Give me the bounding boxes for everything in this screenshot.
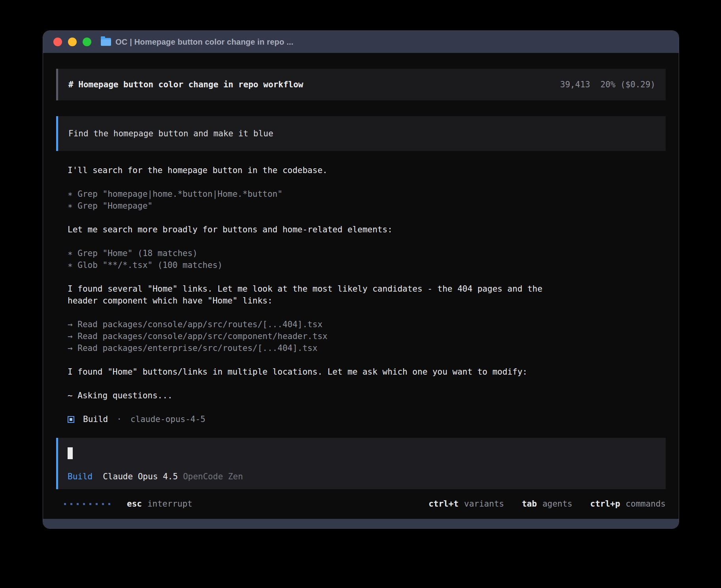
tool-call-read: → Read packages/console/app/src/routes/[…: [68, 318, 570, 330]
hint-agents: tab agents: [522, 499, 572, 509]
minimize-button[interactable]: [68, 38, 77, 46]
folder-icon: [101, 38, 111, 46]
agent-name: Build: [83, 413, 108, 425]
assistant-working-text: ~ Asking questions...: [68, 390, 570, 401]
titlebar[interactable]: OC | Homepage button color change in rep…: [43, 31, 679, 53]
session-header: # Homepage button color change in repo w…: [56, 69, 666, 100]
token-count: 39,413: [560, 80, 590, 89]
agent-build-icon: [68, 416, 74, 423]
prompt-input[interactable]: Build Claude Opus 4.5 OpenCode Zen: [56, 438, 666, 489]
terminal-content: # Homepage button color change in repo w…: [43, 53, 679, 519]
hint-interrupt: esc interrupt: [127, 499, 193, 509]
keyboard-hints: ctrl+t variants tab agents ctrl+p comman…: [428, 499, 666, 509]
active-agent-label[interactable]: Build: [68, 472, 92, 481]
hint-key: ctrl+t: [428, 499, 459, 509]
hint-key: ctrl+p: [590, 499, 620, 509]
window-controls: [53, 38, 91, 46]
assistant-text: I found "Home" buttons/links in multiple…: [68, 366, 570, 378]
window-title: OC | Homepage button color change in rep…: [115, 38, 293, 47]
tool-call-grep: ∗ Grep "Home" (18 matches): [68, 247, 570, 259]
hint-label: interrupt: [147, 499, 193, 509]
terminal-window: OC | Homepage button color change in rep…: [43, 30, 679, 529]
tool-call-glob: ∗ Glob "**/*.tsx" (100 matches): [68, 259, 570, 271]
hint-key: esc: [127, 499, 142, 509]
close-button[interactable]: [53, 38, 62, 46]
tool-call-read: → Read packages/console/app/src/componen…: [68, 330, 570, 342]
hint-label: commands: [626, 499, 666, 509]
user-message: Find the homepage button and make it blu…: [56, 116, 666, 151]
assistant-transcript: I'll search for the homepage button in t…: [56, 164, 570, 425]
session-stats: 39,413 20% ($0.29): [560, 80, 655, 89]
separator-dot: ·: [117, 413, 122, 425]
context-usage: 20% ($0.29): [600, 80, 655, 89]
hint-label: agents: [542, 499, 572, 509]
hint-key: tab: [522, 499, 537, 509]
assistant-text: Let me search more broadly for buttons a…: [68, 224, 570, 236]
active-model-label[interactable]: Claude Opus 4.5: [103, 472, 178, 481]
agent-status-row: Build · claude-opus-4-5: [68, 413, 570, 425]
tool-call-read: → Read packages/enterprise/src/routes/[.…: [68, 342, 570, 354]
session-title: # Homepage button color change in repo w…: [68, 80, 303, 89]
hint-label: variants: [464, 499, 504, 509]
model-row: Build Claude Opus 4.5 OpenCode Zen: [68, 472, 655, 481]
status-bar: esc interrupt ctrl+t variants tab agents…: [56, 499, 666, 509]
zoom-button[interactable]: [83, 38, 91, 46]
window-bottom-strip: [43, 519, 679, 528]
assistant-text: I found several "Home" links. Let me loo…: [68, 283, 570, 307]
text-cursor: [68, 447, 73, 459]
hint-variants: ctrl+t variants: [428, 499, 504, 509]
user-message-text: Find the homepage button and make it blu…: [68, 129, 273, 138]
tool-call-grep: ∗ Grep "Homepage": [68, 200, 570, 212]
assistant-text: I'll search for the homepage button in t…: [68, 164, 570, 176]
tool-call-grep: ∗ Grep "homepage|home.*button|Home.*butt…: [68, 188, 570, 200]
hint-commands: ctrl+p commands: [590, 499, 666, 509]
progress-dots: [64, 503, 110, 505]
provider-label: OpenCode Zen: [183, 472, 243, 481]
agent-model: claude-opus-4-5: [130, 413, 206, 425]
